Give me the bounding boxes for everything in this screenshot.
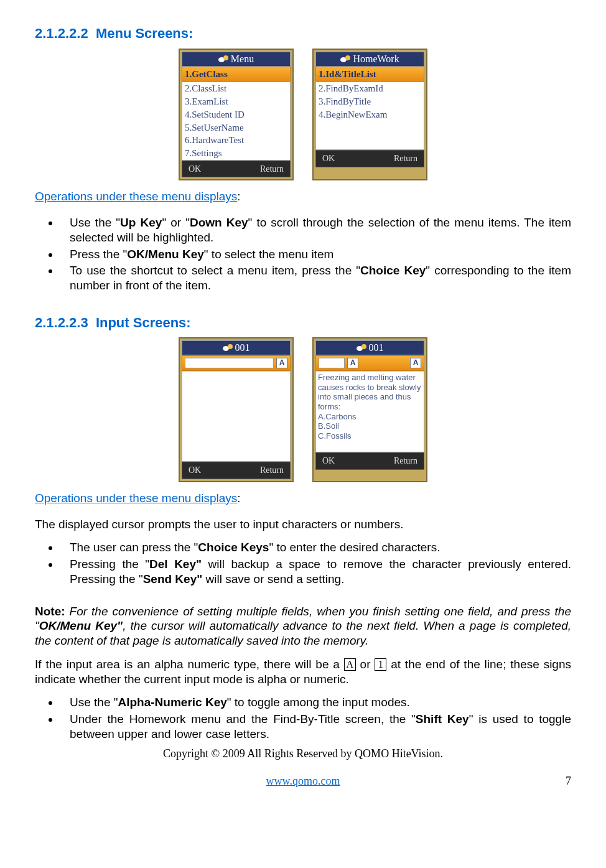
return-softkey[interactable]: Return [394,153,417,164]
list-item: The user can press the "Choice Keys" to … [60,540,571,555]
note-paragraph: Note: For the convenience of setting mul… [35,604,571,648]
input-header-row: A [182,355,291,371]
page-number: 7 [340,774,571,788]
numeric-mode-box: 1 [375,658,386,671]
input-header-row: A A [315,355,424,371]
phone-input2-title: 001 [369,342,384,354]
menu-item[interactable]: 2.FindByExamId [316,82,424,95]
footer-bottom: www.qomo.com 7 [35,774,571,788]
send-key-label: Send Key" [143,572,203,586]
menu-item[interactable]: 2.ClassList [182,82,290,95]
menu-item[interactable]: 3.FindByTitle [316,95,424,108]
ok-menu-key-label: OK/Menu Key" [39,619,123,632]
cloud-icon [340,55,350,63]
answer-option[interactable]: A.Carbons [318,412,422,422]
return-softkey[interactable]: Return [394,455,417,467]
operations-link: Operations under these menu displays [35,190,237,203]
choice-key-label: Choice Key [360,264,426,277]
answer-option[interactable]: B.Soil [318,421,422,431]
text-input-field[interactable] [319,358,345,368]
menu-item[interactable]: 5.SetUserName [182,121,290,134]
text-input-field[interactable] [185,358,274,368]
phone-input1-footer: OK Return [182,462,291,479]
phone-homework-footer: OK Return [315,150,424,167]
menu-item[interactable]: 4.SetStudent ID [182,108,290,121]
input-screens-row: 001 A OK Return 001 A A Freezing and mel… [35,337,571,482]
cloud-icon [223,344,233,352]
section-number: 2.1.2.2.3 [35,315,88,330]
choice-keys-label: Choice Keys [198,541,269,554]
ok-softkey[interactable]: OK [189,465,201,476]
phone-input1-titlebar: 001 [182,340,291,355]
alpha-mode-box: A [344,658,356,671]
input-mode-indicator: A [276,358,287,368]
list-item: Use the "Up Key" or "Down Key" to scroll… [60,215,571,245]
down-key-label: Down Key [190,216,248,229]
phone-input-2: 001 A A Freezing and melting water cause… [312,337,427,482]
up-key-label: Up Key [120,216,162,229]
answer-option[interactable]: C.Fossils [318,431,422,441]
input-mode-indicator: A [410,358,421,368]
menu-item[interactable]: 6.HardwareTest [182,134,290,147]
ok-softkey[interactable]: OK [322,153,335,164]
return-softkey[interactable]: Return [260,465,284,476]
ok-softkey[interactable]: OK [189,164,201,175]
operations-heading-2: Operations under these menu displays: [35,491,571,506]
section-title: Input Screens: [96,315,191,330]
phone-input2-footer: OK Return [315,452,424,470]
list-item: Under the Homework menu and the Find-By-… [60,712,571,742]
phone-homework-title: HomeWork [353,53,399,65]
menu-item[interactable]: 4.BeginNewExam [316,108,424,121]
alpha-numeric-paragraph: If the input area is an alpha numeric ty… [35,657,571,687]
list-item: Use the "Alpha-Numeric Key" to toggle am… [60,695,571,710]
menu-item[interactable]: 7.Settings [182,147,290,160]
operations-list-1: Use the "Up Key" or "Down Key" to scroll… [60,215,571,293]
ok-softkey[interactable]: OK [322,455,335,467]
section-heading-input: 2.1.2.2.3 Input Screens: [35,314,571,332]
return-softkey[interactable]: Return [260,164,284,175]
list-item: To use the shortcut to select a menu ite… [60,263,571,293]
phone-menu-footer: OK Return [182,161,291,178]
phone-input1-body [182,371,291,462]
phone-input-1: 001 A OK Return [179,337,294,482]
cloud-icon [357,344,366,352]
input-mode-indicator: A [347,358,358,368]
phone-input2-body: Freezing and melting water causes rocks … [315,371,424,452]
del-key-label: Del Key" [149,558,202,571]
ok-menu-key-label: OK/Menu Key [127,248,204,261]
operations-list-3: Use the "Alpha-Numeric Key" to toggle am… [60,695,571,741]
phone-input2-titlebar: 001 [315,340,424,355]
alpha-numeric-key-label: Alpha-Numeric Key [118,696,227,709]
phone-menu-body: 2.ClassList 3.ExamList 4.SetStudent ID 5… [182,82,291,161]
phone-input1-title: 001 [235,342,250,354]
cloud-icon [218,55,228,63]
section-number: 2.1.2.2.2 [35,26,88,41]
menu-item[interactable]: 3.ExamList [182,95,290,108]
shift-key-label: Shift Key [416,712,469,726]
copyright-text: Copyright © 2009 All Rights Reserved by … [35,747,571,761]
list-item: Pressing the "Del Key" will backup a spa… [60,557,571,587]
phone-menu-titlebar: Menu [182,52,291,67]
section-title: Menu Screens: [96,26,193,41]
phone-homework-body: 2.FindByExamId 3.FindByTitle 4.BeginNewE… [315,82,424,150]
intro-paragraph: The displayed cursor prompts the user to… [35,517,571,532]
operations-link: Operations under these menu displays [35,492,237,505]
list-item: Press the "OK/Menu Key" to select the me… [60,247,571,262]
operations-list-2: The user can press the "Choice Keys" to … [60,540,571,586]
phone-menu: Menu 1.GetClass 2.ClassList 3.ExamList 4… [179,49,294,181]
phone-menu-selected[interactable]: 1.GetClass [182,67,291,82]
phone-homework-titlebar: HomeWork [315,52,424,67]
menu-screens-row: Menu 1.GetClass 2.ClassList 3.ExamList 4… [35,49,571,181]
phone-homework: HomeWork 1.Id&TitleList 2.FindByExamId 3… [312,49,427,181]
operations-heading-1: Operations under these menu displays: [35,189,571,204]
phone-menu-title: Menu [231,53,254,65]
section-heading-menu: 2.1.2.2.2 Menu Screens: [35,25,571,42]
footer-url[interactable]: www.qomo.com [266,774,340,788]
phone-homework-selected[interactable]: 1.Id&TitleList [315,67,424,82]
question-text: Freezing and melting water causes rocks … [318,373,422,411]
note-label: Note: [35,605,65,618]
